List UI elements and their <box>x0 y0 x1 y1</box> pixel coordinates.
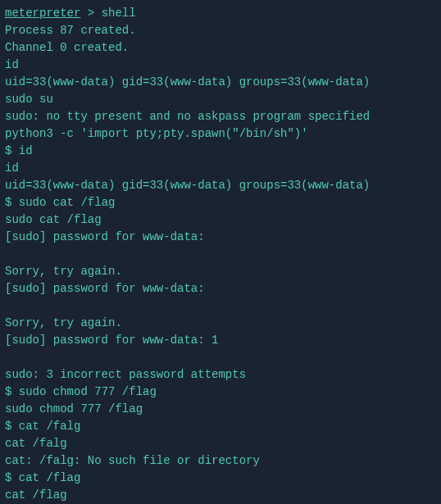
command: id <box>19 144 33 157</box>
terminal-line: $ cat /falg <box>5 418 436 435</box>
terminal-line: Channel 0 created. <box>5 39 436 57</box>
terminal-line: sudo chmod 777 /flag <box>5 401 436 418</box>
prompt: meterpreter <box>5 7 80 20</box>
output-text: sudo chmod 777 /flag <box>5 402 143 415</box>
terminal-line: python3 -c 'import pty;pty.spawn("/bin/s… <box>5 125 436 143</box>
command: cat /falg <box>19 420 81 433</box>
shell-prompt: $ <box>5 420 19 433</box>
output-text: [sudo] password for www-data: <box>5 282 205 295</box>
output-text: uid=33(www-data) gid=33(www-data) groups… <box>5 75 370 89</box>
output-text: id <box>5 161 19 175</box>
output-text: sudo cat /flag <box>5 213 102 226</box>
output-text: [sudo] password for www-data: <box>5 230 205 243</box>
output-text: cat /flag <box>5 488 67 502</box>
output-text: cat: /falg: No such file or directory <box>5 454 260 467</box>
output-text: Process 87 created. <box>5 24 136 37</box>
output-text: uid=33(www-data) gid=33(www-data) groups… <box>5 179 370 192</box>
prompt-separator: > <box>80 7 101 20</box>
terminal-line: sudo cat /flag <box>5 211 436 229</box>
output-text: Sorry, try again. <box>5 316 122 329</box>
terminal-line: cat /flag <box>5 487 436 504</box>
terminal-line: [sudo] password for www-data: 1 <box>5 332 436 349</box>
terminal-line <box>5 349 436 366</box>
terminal-line: Sorry, try again. <box>5 263 436 280</box>
shell-prompt: $ <box>5 471 19 484</box>
command: cat /flag <box>19 471 81 484</box>
output-text: Channel 0 created. <box>5 41 129 54</box>
terminal-line: sudo: 3 incorrect password attempts <box>5 366 436 384</box>
command: sudo chmod 777 /flag <box>19 385 157 398</box>
terminal-line <box>5 297 436 315</box>
terminal-line: sudo: no tty present and no askpass prog… <box>5 108 436 125</box>
shell-prompt: $ <box>5 385 19 398</box>
output-text: [sudo] password for www-data: 1 <box>5 334 218 347</box>
terminal-line: uid=33(www-data) gid=33(www-data) groups… <box>5 74 436 91</box>
terminal-line: uid=33(www-data) gid=33(www-data) groups… <box>5 177 436 194</box>
terminal-line: id <box>5 160 436 177</box>
terminal-line: $ cat /flag <box>5 470 436 487</box>
shell-prompt: $ <box>5 144 19 157</box>
terminal-line: $ sudo cat /flag <box>5 194 436 211</box>
terminal-line: $ id <box>5 143 436 160</box>
command: sudo cat /flag <box>19 196 116 209</box>
output-text: id <box>5 58 19 71</box>
terminal-line: id <box>5 57 436 74</box>
terminal-line: meterpreter > shell <box>5 5 436 22</box>
shell-prompt: $ <box>5 196 19 209</box>
terminal-line: [sudo] password for www-data: <box>5 280 436 297</box>
terminal-line: Sorry, try again. <box>5 315 436 332</box>
output-text: sudo: no tty present and no askpass prog… <box>5 110 370 123</box>
output-text: sudo su <box>5 93 53 106</box>
terminal-line: cat: /falg: No such file or directory <box>5 452 436 470</box>
output-text: python3 -c 'import pty;pty.spawn("/bin/s… <box>5 127 308 140</box>
terminal-output[interactable]: meterpreter > shellProcess 87 created.Ch… <box>5 5 436 504</box>
terminal-line: Process 87 created. <box>5 22 436 39</box>
output-text: cat /falg <box>5 437 67 450</box>
output-text: Sorry, try again. <box>5 265 122 278</box>
terminal-line: $ sudo chmod 777 /flag <box>5 384 436 401</box>
terminal-line: cat /falg <box>5 435 436 452</box>
terminal-line <box>5 246 436 263</box>
terminal-line: sudo su <box>5 91 436 108</box>
command: shell <box>102 7 136 20</box>
output-text: sudo: 3 incorrect password attempts <box>5 368 246 381</box>
terminal-line: [sudo] password for www-data: <box>5 229 436 246</box>
